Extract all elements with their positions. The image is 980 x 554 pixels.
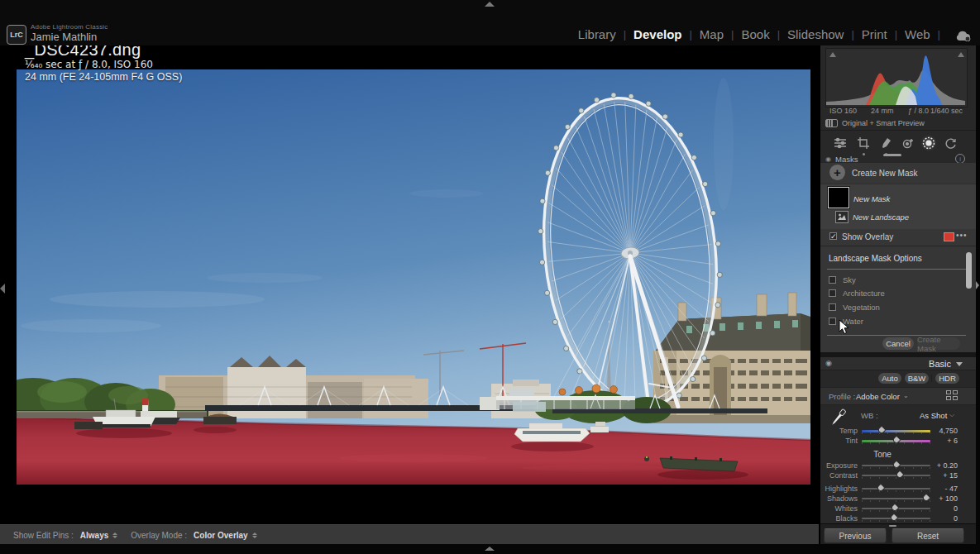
panel-scrollbar[interactable]	[966, 252, 972, 289]
contrast-slider[interactable]	[862, 475, 930, 476]
slider-thumb[interactable]	[892, 460, 901, 469]
chevron-down-icon[interactable]: ⌄	[903, 392, 909, 399]
masks-eye-icon[interactable]: ◉	[825, 155, 831, 163]
shadows-label: Shadows	[820, 494, 858, 503]
tool-strip	[820, 130, 976, 154]
overlay-mode-select[interactable]: Color Overlay	[194, 531, 248, 540]
photo-canvas[interactable]	[17, 69, 810, 485]
slider-thumb[interactable]	[877, 425, 886, 434]
sync-tool-icon[interactable]	[942, 135, 958, 151]
basic-eye-icon[interactable]: ◉	[825, 359, 832, 367]
show-overlay-checkbox[interactable]: ✓	[829, 232, 837, 240]
highlights-slider[interactable]	[862, 488, 930, 490]
collapse-triangle-icon[interactable]	[956, 362, 963, 366]
show-edit-pins-select[interactable]: Always	[80, 531, 108, 540]
updown-icon[interactable]	[252, 533, 257, 538]
overlay-mode-label: Overlay Mode :	[131, 531, 187, 540]
sky-checkbox[interactable]	[829, 276, 836, 284]
contrast-value[interactable]: + 15	[930, 471, 958, 480]
cloud-sync-icon[interactable]	[955, 30, 972, 45]
smart-preview-status[interactable]: Original + Smart Preview	[825, 117, 966, 128]
module-print[interactable]: Print	[861, 27, 888, 41]
auto-button[interactable]: Auto	[878, 373, 901, 384]
mask-component-thumbnail[interactable]	[835, 211, 849, 223]
slider-thumb[interactable]	[892, 435, 901, 444]
contrast-label: Contrast	[820, 471, 858, 480]
tint-slider[interactable]	[862, 440, 930, 442]
exposure-value[interactable]: + 0.20	[930, 461, 958, 470]
overlay-options-icon[interactable]: •••	[956, 231, 968, 240]
module-web[interactable]: Web	[904, 27, 931, 41]
vegetation-checkbox[interactable]	[829, 303, 836, 311]
lightroom-logo: LrC	[7, 25, 26, 45]
bottom-panel-expand-arrow[interactable]	[485, 547, 495, 551]
temp-slider[interactable]	[862, 430, 930, 432]
focal-length-value: 24 mm	[871, 107, 894, 115]
whites-value[interactable]: 0	[930, 504, 958, 513]
show-edit-pins-label: Show Edit Pins :	[13, 531, 74, 540]
previous-button[interactable]: Previous	[824, 528, 887, 543]
module-book[interactable]: Book	[740, 27, 770, 41]
reset-button[interactable]: Reset	[892, 528, 964, 543]
shadows-value[interactable]: + 100	[930, 494, 958, 503]
slider-thumb[interactable]	[895, 470, 904, 479]
mask-component-label[interactable]: New Landscape	[853, 213, 909, 222]
identity-plate-user: Jamie Mathlin	[31, 31, 97, 43]
plus-icon[interactable]: +	[829, 165, 845, 180]
module-library[interactable]: Library	[577, 27, 617, 41]
basic-panel-title: Basic	[929, 359, 951, 369]
create-mask-button[interactable]: Create Mask	[917, 337, 960, 350]
histogram[interactable]	[825, 48, 968, 107]
profile-select[interactable]: Adobe Color	[856, 392, 900, 401]
tint-slider-row: Tint + 6	[820, 436, 976, 446]
temp-value[interactable]: 4,750	[930, 427, 958, 435]
blacks-slider[interactable]	[862, 518, 930, 519]
slider-thumb[interactable]	[877, 483, 886, 492]
shadows-slider[interactable]	[862, 498, 930, 499]
cancel-button[interactable]: Cancel	[882, 337, 914, 350]
module-develop[interactable]: Develop	[633, 27, 682, 41]
top-bar: LrC Adobe Lightroom Classic Jamie Mathli…	[0, 0, 980, 45]
wb-select[interactable]: As Shot	[920, 411, 947, 420]
updown-icon[interactable]	[112, 533, 117, 538]
overlay-color-swatch[interactable]	[944, 232, 954, 241]
blacks-value[interactable]: 0	[930, 514, 958, 523]
basic-adjust-tool-icon[interactable]	[832, 135, 849, 151]
highlights-value[interactable]: - 47	[930, 485, 958, 493]
create-new-mask-row[interactable]: + Create New Mask	[820, 163, 976, 184]
profile-browser-icon[interactable]	[946, 390, 958, 401]
tint-value[interactable]: + 6	[930, 437, 958, 445]
develop-toolbar: Show Edit Pins : Always Overlay Mode : C…	[0, 524, 819, 545]
right-panel: ISO 160 24 mm ƒ / 8.0 1/640 sec Original…	[820, 45, 976, 554]
whites-slider[interactable]	[862, 508, 930, 509]
mask-item-label[interactable]: New Mask	[853, 194, 890, 203]
highlight-clipping-icon[interactable]	[956, 50, 965, 59]
slider-thumb[interactable]	[889, 513, 898, 522]
left-panel-expand-arrow[interactable]	[0, 284, 5, 294]
water-checkbox[interactable]	[829, 318, 836, 325]
option-row-vegetation: Vegetation	[820, 302, 976, 315]
slider-thumb[interactable]	[890, 503, 899, 512]
architecture-checkbox[interactable]	[829, 289, 836, 297]
shutter-value: 1/640 sec	[930, 107, 963, 115]
module-slideshow[interactable]: Slideshow	[786, 27, 844, 41]
updown-icon[interactable]: ⌵	[949, 411, 954, 419]
shadow-clipping-icon[interactable]	[828, 50, 837, 59]
redeye-tool-icon[interactable]	[899, 135, 915, 151]
panel-drag-pip[interactable]	[889, 525, 896, 527]
masking-tool-icon[interactable]	[920, 135, 937, 151]
right-panel-collapse-arrow[interactable]	[976, 281, 979, 289]
top-panel-expand-arrow[interactable]	[485, 2, 495, 7]
hdr-button[interactable]: HDR	[935, 373, 959, 384]
shadows-slider-row: Shadows + 100	[820, 494, 976, 504]
mask-thumbnail[interactable]	[828, 187, 849, 208]
basic-panel-header[interactable]: ◉ Basic	[820, 357, 976, 370]
option-row-architecture: Architecture	[820, 288, 976, 301]
landscape-options-title: Landscape Mask Options	[829, 254, 922, 263]
bw-button[interactable]: B&W	[905, 373, 929, 384]
crop-tool-icon[interactable]	[855, 135, 872, 151]
profile-row: Profile : Adobe Color ⌄	[820, 387, 976, 405]
module-map[interactable]: Map	[699, 27, 724, 41]
exposure-slider[interactable]	[862, 465, 930, 466]
healing-tool-icon[interactable]	[877, 135, 894, 151]
